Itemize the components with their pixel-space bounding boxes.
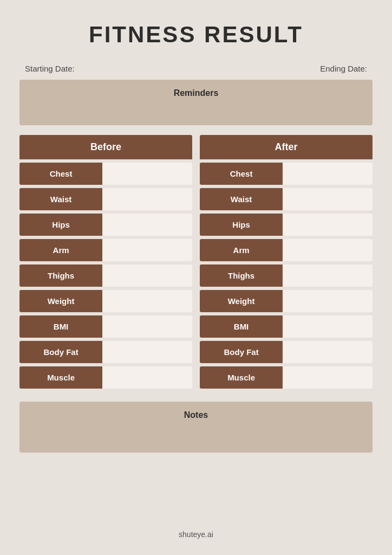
after-label-arm: Arm [200,239,283,261]
after-row: BMI [200,315,373,338]
starting-date-label: Starting Date: [25,64,75,73]
before-label-chest: Chest [19,163,102,185]
before-value-weight[interactable] [102,290,192,312]
after-rows: ChestWaistHipsArmThighsWeightBMIBody Fat… [200,163,373,392]
after-column: After ChestWaistHipsArmThighsWeightBMIBo… [200,135,373,392]
after-header: After [200,135,373,159]
before-value-hips[interactable] [102,214,192,236]
before-header: Before [19,135,192,159]
dates-row: Starting Date: Ending Date: [19,64,373,73]
before-row: Weight [19,290,192,312]
after-value-weight[interactable] [283,290,373,312]
before-label-waist: Waist [19,188,102,210]
after-value-waist[interactable] [283,188,373,210]
before-label-muscle: Muscle [19,366,102,389]
before-value-thighs[interactable] [102,264,192,287]
main-table: Before ChestWaistHipsArmThighsWeightBMIB… [19,135,373,392]
before-value-arm[interactable] [102,239,192,261]
after-row: Weight [200,290,373,312]
after-label-waist: Waist [200,188,283,210]
after-row: Arm [200,239,373,261]
before-row: Chest [19,163,192,185]
before-label-bmi: BMI [19,315,102,338]
after-value-bmi[interactable] [283,315,373,338]
before-label-body-fat: Body Fat [19,341,102,363]
after-label-chest: Chest [200,163,283,185]
before-value-bmi[interactable] [102,315,192,338]
before-row: Body Fat [19,341,192,363]
before-label-weight: Weight [19,290,102,312]
after-row: Thighs [200,264,373,287]
after-row: Body Fat [200,341,373,363]
after-row: Muscle [200,366,373,389]
before-value-chest[interactable] [102,163,192,185]
after-label-thighs: Thighs [200,264,283,287]
notes-title: Notes [30,410,362,420]
before-rows: ChestWaistHipsArmThighsWeightBMIBody Fat… [19,163,192,392]
before-row: Arm [19,239,192,261]
before-row: BMI [19,315,192,338]
before-value-muscle[interactable] [102,366,192,389]
notes-box: Notes [19,402,373,453]
before-value-waist[interactable] [102,188,192,210]
footer: shuteye.ai [179,525,213,539]
after-label-bmi: BMI [200,315,283,338]
page-title: FITNESS RESULT [89,22,303,48]
footer-text: shuteye.ai [179,530,213,539]
after-value-chest[interactable] [283,163,373,185]
after-value-thighs[interactable] [283,264,373,287]
columns-wrapper: Before ChestWaistHipsArmThighsWeightBMIB… [19,135,373,392]
after-row: Hips [200,214,373,236]
reminders-box: Reminders [19,80,373,125]
before-row: Hips [19,214,192,236]
before-row: Muscle [19,366,192,389]
before-value-body-fat[interactable] [102,341,192,363]
after-value-muscle[interactable] [283,366,373,389]
after-label-muscle: Muscle [200,366,283,389]
before-row: Waist [19,188,192,210]
after-label-hips: Hips [200,214,283,236]
after-value-hips[interactable] [283,214,373,236]
after-value-arm[interactable] [283,239,373,261]
before-label-hips: Hips [19,214,102,236]
ending-date-label: Ending Date: [320,64,367,73]
before-row: Thighs [19,264,192,287]
after-value-body-fat[interactable] [283,341,373,363]
after-label-body-fat: Body Fat [200,341,283,363]
after-row: Waist [200,188,373,210]
before-label-arm: Arm [19,239,102,261]
after-label-weight: Weight [200,290,283,312]
reminders-title: Reminders [30,88,362,98]
page: FITNESS RESULT Starting Date: Ending Dat… [0,0,392,555]
before-label-thighs: Thighs [19,264,102,287]
before-column: Before ChestWaistHipsArmThighsWeightBMIB… [19,135,192,392]
after-row: Chest [200,163,373,185]
